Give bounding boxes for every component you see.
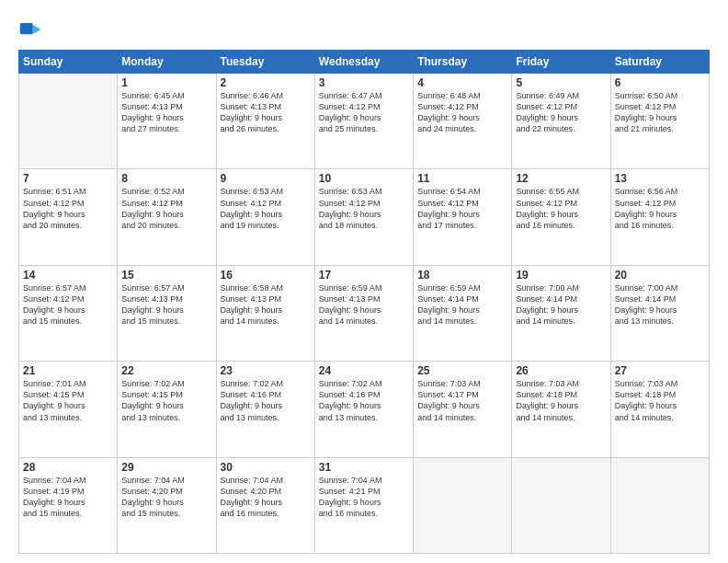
day-info: Sunrise: 6:50 AM Sunset: 4:12 PM Dayligh… [615, 90, 705, 135]
day-info: Sunrise: 7:03 AM Sunset: 4:18 PM Dayligh… [516, 378, 606, 423]
day-cell: 11Sunrise: 6:54 AM Sunset: 4:12 PM Dayli… [414, 169, 512, 265]
day-info: Sunrise: 7:00 AM Sunset: 4:14 PM Dayligh… [615, 282, 705, 327]
week-row-3: 21Sunrise: 7:01 AM Sunset: 4:15 PM Dayli… [19, 362, 710, 457]
day-cell: 1Sunrise: 6:45 AM Sunset: 4:13 PM Daylig… [118, 74, 216, 169]
day-info: Sunrise: 7:00 AM Sunset: 4:14 PM Dayligh… [516, 282, 606, 327]
day-number: 6 [615, 76, 705, 89]
day-cell: 16Sunrise: 6:58 AM Sunset: 4:13 PM Dayli… [216, 265, 314, 361]
day-number: 18 [417, 269, 507, 282]
day-cell [414, 457, 512, 553]
day-number: 16 [221, 269, 311, 282]
day-number: 28 [23, 461, 113, 474]
day-info: Sunrise: 7:02 AM Sunset: 4:16 PM Dayligh… [319, 378, 409, 423]
day-number: 5 [516, 76, 606, 89]
day-cell: 23Sunrise: 7:02 AM Sunset: 4:16 PM Dayli… [216, 362, 314, 457]
day-info: Sunrise: 6:54 AM Sunset: 4:12 PM Dayligh… [417, 186, 507, 231]
day-info: Sunrise: 6:52 AM Sunset: 4:12 PM Dayligh… [121, 186, 211, 231]
day-number: 9 [221, 172, 311, 185]
day-number: 10 [319, 172, 409, 185]
weekday-header-wednesday: Wednesday [314, 51, 413, 74]
day-cell: 20Sunrise: 7:00 AM Sunset: 4:14 PM Dayli… [610, 265, 709, 361]
day-number: 31 [319, 461, 409, 474]
weekday-header-monday: Monday [118, 51, 216, 74]
day-number: 4 [417, 76, 507, 89]
day-info: Sunrise: 7:03 AM Sunset: 4:18 PM Dayligh… [615, 378, 705, 423]
day-cell: 12Sunrise: 6:55 AM Sunset: 4:12 PM Dayli… [512, 169, 610, 265]
day-cell: 5Sunrise: 6:49 AM Sunset: 4:12 PM Daylig… [512, 74, 610, 169]
day-info: Sunrise: 7:02 AM Sunset: 4:15 PM Dayligh… [121, 378, 211, 423]
day-number: 1 [121, 76, 211, 89]
logo [18, 17, 48, 42]
day-number: 22 [121, 364, 211, 377]
week-row-0: 1Sunrise: 6:45 AM Sunset: 4:13 PM Daylig… [19, 74, 710, 169]
day-cell: 26Sunrise: 7:03 AM Sunset: 4:18 PM Dayli… [512, 362, 610, 457]
day-number: 20 [615, 269, 705, 282]
day-number: 30 [221, 461, 311, 474]
day-cell: 6Sunrise: 6:50 AM Sunset: 4:12 PM Daylig… [610, 74, 709, 169]
day-cell [610, 457, 709, 553]
week-row-4: 28Sunrise: 7:04 AM Sunset: 4:19 PM Dayli… [19, 457, 710, 553]
day-number: 27 [615, 364, 705, 377]
day-cell: 15Sunrise: 6:57 AM Sunset: 4:13 PM Dayli… [118, 265, 216, 361]
svg-rect-0 [20, 23, 33, 34]
day-number: 15 [121, 269, 211, 282]
day-info: Sunrise: 7:04 AM Sunset: 4:20 PM Dayligh… [221, 475, 311, 520]
day-cell: 17Sunrise: 6:59 AM Sunset: 4:13 PM Dayli… [314, 265, 413, 361]
weekday-header-thursday: Thursday [414, 51, 512, 74]
day-info: Sunrise: 7:04 AM Sunset: 4:19 PM Dayligh… [23, 475, 113, 520]
day-cell: 28Sunrise: 7:04 AM Sunset: 4:19 PM Dayli… [19, 457, 118, 553]
day-number: 3 [319, 76, 409, 89]
weekday-header-tuesday: Tuesday [216, 51, 314, 74]
page: SundayMondayTuesdayWednesdayThursdayFrid… [0, 0, 728, 563]
day-number: 12 [516, 172, 606, 185]
day-number: 14 [23, 269, 113, 282]
weekday-header-saturday: Saturday [610, 51, 709, 74]
day-cell: 25Sunrise: 7:03 AM Sunset: 4:17 PM Dayli… [414, 362, 512, 457]
day-info: Sunrise: 6:47 AM Sunset: 4:12 PM Dayligh… [319, 90, 409, 135]
day-cell: 9Sunrise: 6:53 AM Sunset: 4:12 PM Daylig… [216, 169, 314, 265]
day-cell: 30Sunrise: 7:04 AM Sunset: 4:20 PM Dayli… [216, 457, 314, 553]
day-info: Sunrise: 6:59 AM Sunset: 4:14 PM Dayligh… [417, 282, 507, 327]
day-info: Sunrise: 7:04 AM Sunset: 4:21 PM Dayligh… [319, 475, 409, 520]
day-cell: 7Sunrise: 6:51 AM Sunset: 4:12 PM Daylig… [19, 169, 118, 265]
day-info: Sunrise: 7:02 AM Sunset: 4:16 PM Dayligh… [221, 378, 311, 423]
day-number: 25 [417, 364, 507, 377]
week-row-1: 7Sunrise: 6:51 AM Sunset: 4:12 PM Daylig… [19, 169, 710, 265]
day-info: Sunrise: 6:57 AM Sunset: 4:13 PM Dayligh… [121, 282, 211, 327]
day-number: 2 [221, 76, 311, 89]
day-cell: 18Sunrise: 6:59 AM Sunset: 4:14 PM Dayli… [414, 265, 512, 361]
day-cell [19, 74, 118, 169]
day-info: Sunrise: 7:03 AM Sunset: 4:17 PM Dayligh… [417, 378, 507, 423]
day-number: 24 [319, 364, 409, 377]
weekday-header-friday: Friday [512, 51, 610, 74]
day-info: Sunrise: 6:45 AM Sunset: 4:13 PM Dayligh… [121, 90, 211, 135]
day-number: 29 [121, 461, 211, 474]
day-number: 23 [221, 364, 311, 377]
day-info: Sunrise: 6:53 AM Sunset: 4:12 PM Dayligh… [319, 186, 409, 231]
day-cell: 21Sunrise: 7:01 AM Sunset: 4:15 PM Dayli… [19, 362, 118, 457]
day-cell: 14Sunrise: 6:57 AM Sunset: 4:12 PM Dayli… [19, 265, 118, 361]
day-cell: 13Sunrise: 6:56 AM Sunset: 4:12 PM Dayli… [610, 169, 709, 265]
day-info: Sunrise: 6:48 AM Sunset: 4:12 PM Dayligh… [417, 90, 507, 135]
day-cell: 24Sunrise: 7:02 AM Sunset: 4:16 PM Dayli… [314, 362, 413, 457]
day-cell: 27Sunrise: 7:03 AM Sunset: 4:18 PM Dayli… [610, 362, 709, 457]
weekday-header-sunday: Sunday [19, 51, 118, 74]
day-number: 17 [319, 269, 409, 282]
logo-icon [18, 17, 44, 42]
day-cell: 22Sunrise: 7:02 AM Sunset: 4:15 PM Dayli… [118, 362, 216, 457]
day-number: 21 [23, 364, 113, 377]
calendar-table: SundayMondayTuesdayWednesdayThursdayFrid… [18, 50, 710, 554]
day-info: Sunrise: 6:49 AM Sunset: 4:12 PM Dayligh… [516, 90, 606, 135]
day-info: Sunrise: 6:51 AM Sunset: 4:12 PM Dayligh… [23, 186, 113, 231]
weekday-header-row: SundayMondayTuesdayWednesdayThursdayFrid… [19, 51, 710, 74]
day-cell: 8Sunrise: 6:52 AM Sunset: 4:12 PM Daylig… [118, 169, 216, 265]
day-info: Sunrise: 6:55 AM Sunset: 4:12 PM Dayligh… [516, 186, 606, 231]
day-info: Sunrise: 7:01 AM Sunset: 4:15 PM Dayligh… [23, 378, 113, 423]
day-info: Sunrise: 6:46 AM Sunset: 4:13 PM Dayligh… [221, 90, 311, 135]
day-cell: 29Sunrise: 7:04 AM Sunset: 4:20 PM Dayli… [118, 457, 216, 553]
day-number: 13 [615, 172, 705, 185]
day-number: 26 [516, 364, 606, 377]
day-info: Sunrise: 6:57 AM Sunset: 4:12 PM Dayligh… [23, 282, 113, 327]
svg-marker-1 [33, 25, 41, 35]
day-cell: 19Sunrise: 7:00 AM Sunset: 4:14 PM Dayli… [512, 265, 610, 361]
